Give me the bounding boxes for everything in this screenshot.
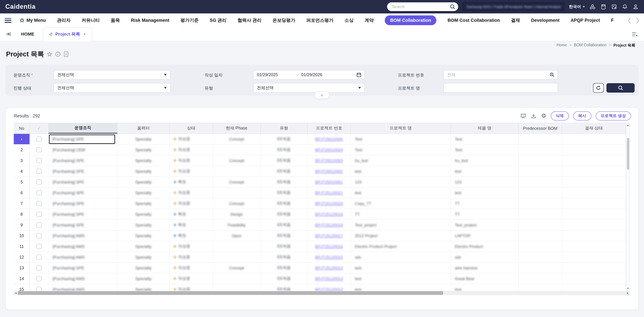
cell-phase[interactable] [213,284,260,291]
cell-product-name[interactable]: test [451,284,518,291]
cell-predecessor-bom[interactable] [518,284,562,291]
cell-product-name[interactable]: test [451,188,518,198]
cell-project-number[interactable]: BPJT25010003 [308,155,351,166]
date-from[interactable]: 01/29/2025 [257,72,297,77]
settings-gear-icon[interactable]: ⚙ [541,113,546,119]
calendar-icon[interactable] [356,72,362,78]
cell-type[interactable]: EE제품 [260,274,308,284]
column-header-no[interactable]: No [14,123,30,134]
cell-product-name[interactable]: Test [451,144,518,155]
cell-type[interactable]: EE제품 [260,177,308,187]
tab-home[interactable]: HOME [18,32,43,41]
cell-type[interactable]: EE제품 [260,209,308,220]
row-checkbox[interactable] [36,190,42,195]
column-header-number[interactable]: 프로젝트 번호 [308,123,351,134]
nav-item-온보딩평가[interactable]: 온보딩평가 [272,17,295,23]
cell-form-factor[interactable]: Specialty [118,177,170,187]
table-row[interactable]: 15[Purchasing] AMSSpecialty작성중EE제품BPJT25… [14,284,630,291]
cell-product-name[interactable]: Test_project [451,220,518,230]
cell-form-factor[interactable]: Specialty [118,284,170,291]
cell-type[interactable]: EE제품 [260,188,308,198]
row-number[interactable]: 5 [14,177,30,187]
focused-cell-editor[interactable]: [Purchasing] SPE [49,134,115,144]
cell-predecessor-bom[interactable] [518,177,562,187]
project-number-link[interactable]: BPJT25120021 [315,190,343,195]
column-header-phase[interactable]: 현재 Phase [213,123,260,134]
cell-org[interactable]: [Purchasing] SPE [49,177,118,187]
cell-project-number[interactable]: BPJT25120017 [308,230,351,241]
cell-org[interactable]: [Purchasing] SPE [49,220,118,230]
nav-item-퍼포먼스평가[interactable]: 퍼포먼스평가 [306,17,334,23]
cell-status[interactable]: 작성중 [170,284,213,291]
cell-phase[interactable]: Concept [213,134,260,144]
cell-phase[interactable] [213,166,260,176]
cell-approval-status[interactable] [562,177,626,187]
cell-project-number[interactable]: BPJT25120013 [308,274,351,284]
cell-form-factor[interactable]: Specialty [118,134,170,144]
cell-predecessor-bom[interactable] [518,274,562,284]
cell-project-number[interactable]: BPJT25120015 [308,252,351,262]
cell-project-name[interactable]: test [351,166,451,176]
row-number[interactable]: 13 [14,263,30,273]
cell-predecessor-bom[interactable] [518,209,562,220]
cell-form-factor[interactable]: Specialty [118,230,170,241]
cell-predecessor-bom[interactable] [518,188,562,198]
horizontal-scrollbar[interactable]: ◄ ► [14,291,630,295]
cell-type[interactable]: EE제품 [260,198,308,209]
search-icon[interactable] [450,4,455,10]
row-checkbox[interactable] [36,287,42,291]
project-number-link[interactable]: BPJT25120017 [315,233,343,238]
cell-approval-status[interactable] [562,220,626,230]
table-row[interactable]: 8[Purchasing] SPESpecialty확정DesignEE제품BP… [14,209,630,220]
project-number-link[interactable]: BPJT25010001 [315,180,343,184]
cell-project-number[interactable]: BPJT25120018 [308,220,351,230]
row-checkbox[interactable] [36,276,42,281]
expand-filters-button[interactable]: + [314,91,330,99]
table-row[interactable]: 2[Purchasing] CEMSpecialty작성중EE제품BPJT250… [14,144,630,155]
row-checkbox[interactable] [36,222,42,228]
chevron-right-icon[interactable]: ❯ [635,17,640,24]
project-number-link[interactable]: BPJT25120014 [315,266,343,270]
cell-project-name[interactable]: Electric Product Project [351,241,451,252]
cell-project-name[interactable]: sdx [351,252,451,262]
collapse-tabs-icon[interactable] [5,31,11,37]
cell-status[interactable]: 확정 [170,220,213,230]
cell-project-name[interactable]: hu_test [351,155,451,166]
create-project-button[interactable]: 프로젝트 생성 [596,111,631,120]
cell-type[interactable]: EE제품 [260,220,308,230]
column-header-check[interactable]: ✓ [30,123,49,134]
cell-org[interactable]: [Purchasing] SPE [49,263,118,273]
zoom-search-icon[interactable] [550,72,555,78]
column-header-status[interactable]: 상태 [170,123,213,134]
cell-type[interactable]: EE제품 [260,144,308,155]
table-row[interactable]: 9[Purchasing] SPESpecialty확정FeasibilityE… [14,220,630,230]
cell-org[interactable]: [Purchasing] AMS [49,274,118,284]
column-header-product[interactable]: 제품 명 [451,123,518,134]
table-row[interactable]: 13[Purchasing] SPESpecialty작성중ConceptEE제… [14,263,630,274]
cell-status[interactable]: 작성중 [170,155,213,166]
cell-approval-status[interactable] [562,230,626,241]
cell-product-name[interactable]: LAPTOP [451,230,518,241]
nav-item-계약[interactable]: 계약 [364,17,374,23]
cell-type[interactable]: EE제품 [260,284,308,291]
row-checkbox[interactable] [36,136,42,142]
table-row[interactable]: 7[Purchasing] SPESpecialty작성중ConceptEE제품… [14,198,630,209]
cell-project-name[interactable]: test [351,188,451,198]
cell-predecessor-bom[interactable] [518,144,562,155]
row-checkbox[interactable] [36,254,42,260]
cell-type[interactable]: EE제품 [260,263,308,273]
table-row[interactable]: 6[Purchasing] SPESpecialty작성중EE제품BPJT251… [14,188,630,198]
project-number-link[interactable]: BPJT25120016 [315,244,343,249]
project-number-link[interactable]: BPJT25120019 [315,212,343,216]
nav-item-결재[interactable]: 결재 [511,17,520,23]
cell-project-number[interactable]: BPJT25120021 [308,188,351,198]
cell-approval-status[interactable] [562,252,626,262]
cell-predecessor-bom[interactable] [518,241,562,252]
cell-approval-status[interactable] [562,274,626,284]
cell-phase[interactable]: Feasibility [213,220,260,230]
cell-org[interactable]: [Purchasing] SPE [49,134,118,144]
cell-product-name[interactable]: Test [451,134,518,144]
cell-product-name[interactable]: TT [451,198,518,209]
nav-item-f[interactable]: F [611,18,614,23]
cell-status[interactable]: 작성중 [170,263,213,273]
